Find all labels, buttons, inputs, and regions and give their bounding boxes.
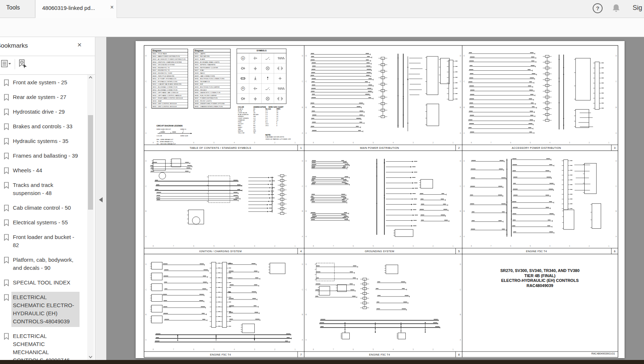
sign-in-link[interactable]: Sig	[633, 4, 642, 12]
svg-text:B: B	[145, 314, 146, 316]
svg-text:1: 1	[295, 245, 296, 247]
svg-text:5: 5	[530, 245, 531, 247]
panel-number: 6	[611, 249, 618, 254]
sample-label: WIRE ID	[180, 128, 186, 130]
svg-text:1: 1	[608, 142, 610, 144]
bookmark-ribbon-icon	[4, 219, 9, 226]
bookmark-item[interactable]: ELECTRICAL SCHEMATIC ELECTRO-HYDRAULIC (…	[4, 293, 87, 326]
svg-text:C: C	[305, 81, 307, 82]
svg-text:6: 6	[510, 142, 511, 144]
collapse-panel-handle[interactable]	[99, 197, 103, 202]
svg-text:D: D	[305, 264, 307, 265]
bookmarks-scrollbar[interactable]	[87, 75, 94, 360]
bookmark-item[interactable]: SPECIAL TOOL INDEX	[4, 279, 87, 287]
svg-text:3: 3	[254, 245, 255, 247]
bookmark-item-label: Hydraulic systems - 35	[13, 137, 78, 145]
bookmark-item[interactable]: Rear axle system - 27	[4, 93, 87, 101]
bookmark-item[interactable]: Frames and ballasting - 39	[4, 152, 87, 160]
svg-text:B: B	[615, 107, 617, 109]
sample-label: WIRE SIZE/CIRCUIT	[157, 128, 171, 130]
svg-text:D: D	[615, 160, 617, 162]
svg-text:B: B	[615, 210, 617, 212]
svg-text:6: 6	[193, 245, 194, 247]
svg-text:C: C	[615, 185, 617, 187]
bookmarks-toolbar	[0, 56, 95, 74]
sheet-table-row: SH06 - ENGINE F5C T4	[152, 66, 188, 69]
sheet-table-row: SH32 - EHF	[194, 83, 230, 86]
svg-text:M: M	[242, 87, 244, 89]
svg-text:D: D	[463, 160, 465, 162]
svg-text:A: A	[305, 132, 306, 134]
title-line: ELECTRO-HYDRAULIC (EH) CONTROLS	[481, 278, 599, 283]
svg-text:7: 7	[173, 349, 174, 350]
svg-text:A: A	[305, 339, 306, 341]
panel-number: 2	[456, 146, 462, 150]
svg-text:A: A	[463, 236, 464, 238]
svg-text:A: A	[460, 339, 461, 341]
bookmark-item[interactable]: Cab climate control - 50	[4, 204, 87, 212]
svg-text:3: 3	[569, 245, 570, 247]
bookmark-ribbon-icon	[4, 123, 9, 130]
panel-caption: IGNITION / CHARGING SYSTEM	[144, 249, 297, 254]
color-table-row: YELLOWYE	[238, 132, 264, 134]
tab-document[interactable]: 48060319-linked pd... ×	[35, 0, 117, 18]
bookmark-item[interactable]: Tracks and track suspension - 48	[4, 181, 87, 197]
help-icon[interactable]: ?	[593, 3, 603, 13]
close-tab-icon[interactable]: ×	[110, 4, 114, 11]
svg-text:A: A	[615, 236, 617, 238]
sheet-table-row: SH33 - MULTIFUNCTION JUMPER	[194, 86, 230, 89]
svg-text:2: 2	[433, 142, 434, 144]
svg-text:8: 8	[153, 142, 154, 144]
bookmark-ribbon-icon	[4, 234, 9, 241]
svg-text:D: D	[463, 55, 465, 57]
bookmark-item[interactable]: Platform, cab, bodywork, and decals - 90	[4, 256, 87, 272]
svg-text:2: 2	[274, 349, 275, 350]
sheet-table-row: SH40 - CHASSIS INTERCONNECTION	[194, 105, 230, 108]
scroll-down-icon[interactable]	[88, 356, 93, 359]
bookmark-item-label: Front axle system - 25	[13, 78, 78, 87]
svg-text:3: 3	[254, 142, 255, 144]
svg-text:B: B	[302, 107, 303, 109]
svg-text:B: B	[460, 210, 461, 212]
notifications-bell-icon[interactable]	[611, 3, 621, 15]
locate-current-bookmark-icon[interactable]	[18, 59, 29, 70]
bookmark-item[interactable]: Hydraulic systems - 35	[4, 137, 87, 145]
scroll-up-icon[interactable]	[88, 76, 93, 79]
bookmark-item-label: Cab climate control - 50	[13, 204, 78, 212]
sheet-table-row: SH10 - ST PUMP / HYDRAULICS	[152, 77, 188, 80]
tab-tools[interactable]: Tools	[0, 0, 35, 18]
sheet-table-row: SH17 - RIGHT-HAND CONTROL MODULE	[152, 97, 188, 100]
svg-text:4: 4	[393, 245, 394, 247]
sheet-table-row: SH27 - HVAC	[194, 69, 230, 72]
svg-text:8: 8	[153, 349, 154, 350]
svg-text:A: A	[460, 236, 461, 238]
bookmark-item[interactable]: Wheels - 44	[4, 166, 87, 174]
svg-text:4: 4	[393, 142, 394, 144]
bookmark-ribbon-icon	[4, 205, 9, 212]
svg-text:C: C	[460, 81, 461, 82]
scrollbar-thumb[interactable]	[88, 115, 93, 210]
bookmark-item-label: ELECTRICAL SCHEMATIC ELECTRO-HYDRAULIC (…	[13, 293, 78, 326]
bookmark-item[interactable]: Brakes and controls - 33	[4, 122, 87, 130]
svg-text:8: 8	[153, 245, 154, 247]
bookmark-item[interactable]: Front axle system - 25	[4, 78, 87, 87]
sheet-table-row: SH16 - LEFT-HAND CONTROL HANDLE	[152, 94, 188, 97]
bookmark-ribbon-icon	[4, 167, 9, 174]
circuit-legend-title: CIRCUIT DIAGRAM LEGENDS	[157, 125, 183, 127]
svg-text:3: 3	[413, 349, 414, 350]
svg-text:5: 5	[214, 245, 215, 247]
bookmark-item[interactable]: Front loader and bucket - 82	[4, 233, 87, 249]
bookmark-options-icon[interactable]	[1, 59, 12, 69]
bookmark-item-label: Hydrostatic drive - 29	[13, 108, 78, 116]
svg-text:B: B	[302, 210, 303, 212]
svg-text:5: 5	[373, 142, 374, 144]
sheet-table-row: SH24 - BOOM AND HEAD LIGHTS	[194, 61, 230, 64]
drawing-number: RAC48049039G1G1	[550, 352, 615, 355]
svg-text:5: 5	[373, 349, 374, 350]
bookmark-item[interactable]: Hydrostatic drive - 29	[4, 108, 87, 116]
bookmark-item[interactable]: ELECTRICAL SCHEMATIC MECHANICAL CONTROLS…	[4, 332, 87, 360]
close-bookmarks-icon[interactable]: ×	[77, 41, 82, 49]
svg-text:C: C	[460, 289, 461, 291]
svg-text:7: 7	[490, 245, 492, 247]
bookmark-item[interactable]: Electrical systems - 55	[4, 218, 87, 227]
